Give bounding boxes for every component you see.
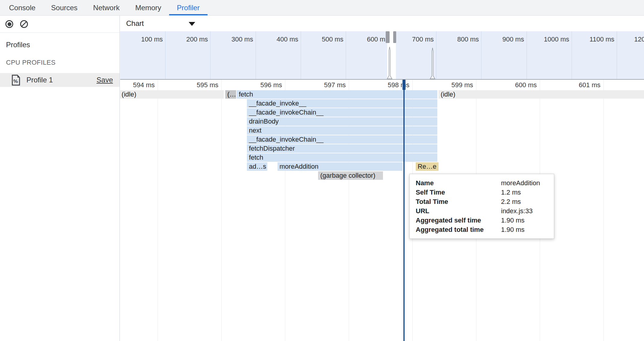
profiles-heading: Profiles [6, 41, 120, 49]
overview-tick-label: 500 ms [298, 35, 343, 44]
flame-bar[interactable]: (… [225, 90, 236, 99]
clear-icon[interactable] [20, 20, 28, 28]
tooltip-label: Aggregated self time [416, 216, 501, 225]
dropdown-caret-icon [189, 22, 195, 26]
flame-bar[interactable]: (idle) [120, 90, 224, 99]
tab-sources[interactable]: Sources [43, 0, 85, 15]
tooltip-label: Total Time [416, 197, 501, 206]
sidebar-item-profile-1[interactable]: % Profile 1 Save [0, 73, 120, 87]
view-mode-select[interactable]: Chart [126, 16, 144, 31]
svg-text:%: % [13, 78, 18, 84]
devtools-tab-bar: Console Sources Network Memory Profiler [0, 0, 644, 16]
selection-right-handle[interactable] [393, 31, 396, 43]
tooltip-value: 1.90 ms [501, 225, 548, 234]
overview-tick-label: 1100 ms [569, 35, 614, 44]
overview-tick-label: 200 ms [163, 35, 208, 44]
tooltip-value: moreAddition [501, 178, 548, 188]
flame-bar[interactable]: __facade_invokeChain__ [247, 135, 437, 144]
cpu-profiles-section-label: CPU PROFILES [6, 59, 120, 66]
frame-details-tooltip: NamemoreAddition Self Time1.2 ms Total T… [409, 174, 554, 239]
chart-view-toolbar: Chart [120, 16, 644, 31]
devtools-window: Console Sources Network Memory Profiler … [0, 0, 644, 341]
cpu-activity-spike [430, 48, 435, 79]
flame-chart[interactable]: (idle)(…fetch(idle)__facade_invoke____fa… [120, 90, 644, 341]
flame-bar[interactable]: fetch [247, 153, 437, 162]
overview-tick-label: 900 ms [479, 35, 524, 44]
tooltip-label: URL [416, 206, 501, 216]
overview-timeline[interactable]: 100 ms200 ms300 ms400 ms500 ms600 ms700 … [120, 31, 644, 79]
overview-tick-label: 100 ms [120, 35, 163, 44]
flame-bar[interactable]: fetchDispatcher [247, 144, 437, 153]
selection-left-handle[interactable] [386, 31, 390, 43]
tab-profiler[interactable]: Profiler [169, 0, 208, 15]
flame-bar[interactable]: ad…s [247, 162, 267, 171]
overview-tick-label: 600 ms [344, 35, 389, 44]
flame-bar[interactable]: __facade_invoke__ [247, 99, 437, 108]
flame-bar[interactable]: (idle) [439, 90, 644, 99]
overview-tick-label: 400 ms [253, 35, 298, 44]
current-time-line [403, 80, 405, 341]
flame-bar[interactable]: Re…e [416, 162, 439, 171]
save-profile-link[interactable]: Save [96, 76, 113, 84]
tooltip-label: Name [416, 178, 501, 188]
overview-tick-label: 1000 ms [524, 35, 569, 44]
record-icon[interactable] [5, 20, 14, 28]
profile-document-icon: % [11, 75, 20, 86]
flame-bar[interactable]: drainBody [247, 117, 437, 126]
tooltip-value: 1.2 ms [501, 188, 548, 197]
flame-bar[interactable]: next [247, 126, 437, 135]
tooltip-label: Aggregated total time [416, 225, 501, 234]
flame-bar[interactable]: fetch [237, 90, 437, 99]
overview-tick-label: 800 ms [434, 35, 479, 44]
flame-bar[interactable]: __facade_invokeChain__ [247, 108, 437, 117]
flame-bar[interactable]: moreAddition [278, 162, 403, 171]
profiles-sidebar: Profiles CPU PROFILES % Profile 1 Save [0, 16, 120, 341]
tab-memory[interactable]: Memory [127, 0, 169, 15]
tooltip-value: 2.2 ms [501, 197, 548, 206]
overview-tick-label: 1200 ms [615, 35, 644, 44]
profile-item-label: Profile 1 [26, 76, 53, 84]
tooltip-value: 1.90 ms [501, 216, 548, 225]
tooltip-label: Self Time [416, 188, 501, 197]
overview-tick-label: 300 ms [208, 35, 253, 44]
tooltip-value: index.js:33 [501, 206, 548, 216]
profiles-toolbar [0, 16, 120, 33]
tab-console[interactable]: Console [1, 0, 43, 15]
tab-network[interactable]: Network [85, 0, 127, 15]
flame-bar[interactable]: (garbage collector) [318, 171, 383, 180]
cpu-activity-spike [387, 47, 392, 79]
